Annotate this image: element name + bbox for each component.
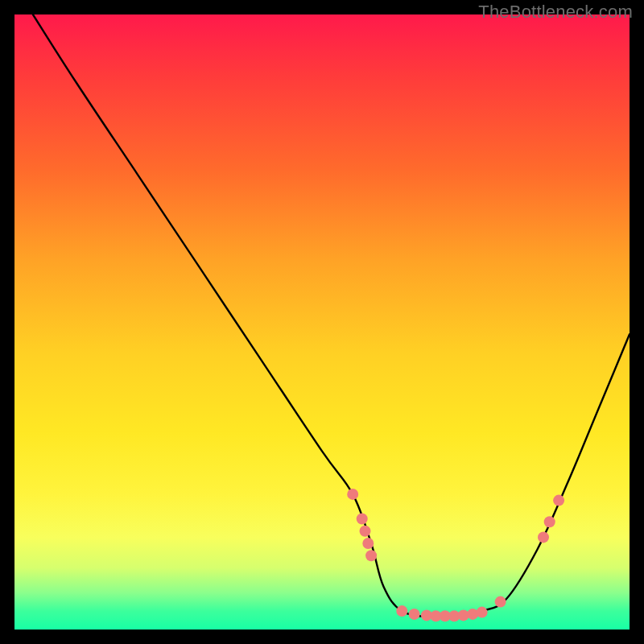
data-marker [362, 538, 374, 549]
plot-area [14, 14, 630, 630]
data-marker [553, 495, 564, 506]
data-marker [360, 526, 371, 537]
data-marker [421, 609, 432, 621]
watermark-text: TheBottleneck.com [478, 2, 633, 23]
data-marker [365, 550, 377, 561]
curve-layer [14, 14, 630, 630]
data-marker [347, 489, 358, 500]
data-marker [477, 607, 488, 618]
data-marker [430, 610, 441, 621]
data-marker [440, 610, 451, 621]
data-marker [538, 531, 549, 543]
data-marker [357, 514, 368, 525]
data-marker [448, 610, 460, 621]
chart-frame: TheBottleneck.com [0, 0, 644, 644]
data-marker [467, 609, 478, 620]
data-marker [544, 516, 555, 527]
data-marker [396, 605, 407, 617]
bottleneck-curve [33, 14, 630, 618]
data-marker [495, 597, 506, 608]
data-marker [458, 609, 469, 621]
data-marker [409, 609, 420, 620]
marker-group [347, 489, 564, 621]
